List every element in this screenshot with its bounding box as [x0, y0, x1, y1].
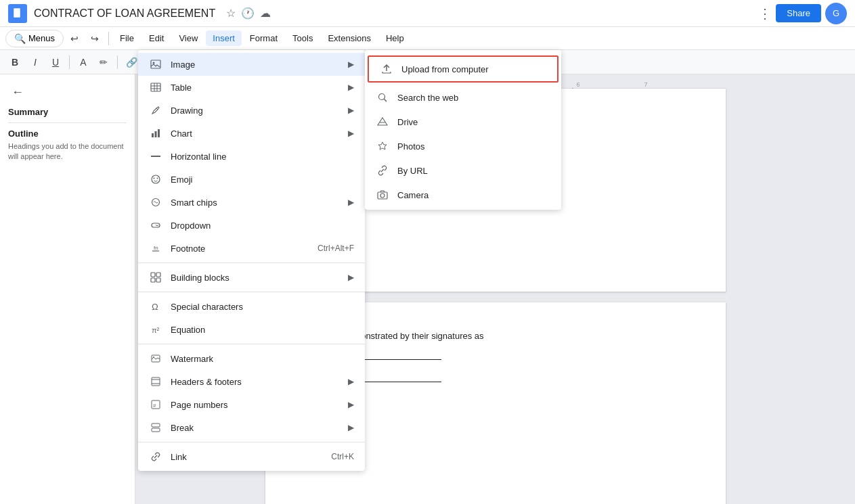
submenu-camera[interactable]: Camera: [365, 183, 561, 207]
summary-title: Summary: [8, 107, 127, 117]
svg-line-37: [385, 99, 387, 102]
svg-point-16: [157, 178, 158, 179]
search-web-icon: [376, 91, 389, 104]
break-label: Break: [171, 423, 343, 433]
cloud-icon[interactable]: ☁: [260, 7, 271, 20]
menu-option-equation[interactable]: π² Equation: [138, 318, 365, 341]
building-blocks-icon: [149, 271, 162, 284]
svg-point-41: [380, 193, 385, 198]
drawing-label: Drawing: [171, 106, 343, 116]
highlight-btn[interactable]: ✏: [94, 53, 113, 72]
menu-item-help[interactable]: Help: [379, 30, 411, 46]
menu-item-view[interactable]: View: [172, 30, 204, 46]
menu-option-smart-chips[interactable]: Smart chips ▶: [138, 191, 365, 214]
url-icon: [376, 164, 389, 177]
menu-option-page-numbers[interactable]: # Page numbers ▶: [138, 393, 365, 416]
chart-icon: [149, 127, 162, 140]
menu-option-special-chars[interactable]: Ω Special characters: [138, 295, 365, 318]
title-icons: ☆ 🕐 ☁: [226, 7, 271, 20]
photos-label: Photos: [397, 141, 424, 152]
menu-item-edit[interactable]: Edit: [142, 30, 171, 46]
separator: [108, 32, 109, 45]
history-icon[interactable]: 🕐: [241, 7, 255, 20]
svg-text:π²: π²: [152, 326, 160, 334]
toolbar-right: ⋮ Share G: [758, 3, 847, 24]
camera-label: Camera: [397, 190, 429, 200]
link-label: Link: [171, 452, 331, 462]
menu-option-dropdown[interactable]: Dropdown: [138, 214, 365, 237]
submenu-by-url[interactable]: By URL: [365, 158, 561, 183]
submenu-upload[interactable]: Upload from computer: [368, 55, 558, 83]
link-shortcut: Ctrl+K: [331, 452, 354, 461]
menu-option-building-blocks[interactable]: Building blocks ▶: [138, 266, 365, 289]
menu-option-table[interactable]: Table ▶: [138, 76, 365, 99]
menu-option-image[interactable]: Image ▶: [138, 53, 365, 76]
ruler-mark-7: 7: [644, 81, 648, 88]
search-icon: 🔍: [14, 33, 26, 44]
font-color-btn[interactable]: A: [74, 53, 93, 72]
svg-rect-29: [152, 377, 160, 386]
svg-point-3: [153, 62, 155, 64]
menu-option-break[interactable]: Break ▶: [138, 416, 365, 439]
document-title[interactable]: CONTRACT OF LOAN AGREEMENT: [34, 7, 215, 20]
svg-rect-11: [155, 131, 157, 137]
menu-item-tools[interactable]: Tools: [286, 30, 320, 46]
drive-label: Drive: [397, 117, 418, 127]
headers-footers-icon: [149, 375, 162, 388]
link-menu-icon: [149, 450, 162, 463]
url-label: By URL: [397, 166, 428, 176]
menu-item-file[interactable]: File: [113, 30, 141, 46]
bold-btn[interactable]: B: [5, 53, 24, 72]
menu-option-headers-footers[interactable]: Headers & footers ▶: [138, 370, 365, 393]
menu-item-extensions[interactable]: Extensions: [321, 30, 378, 46]
menu-item-insert[interactable]: Insert: [206, 30, 242, 46]
submenu-drive[interactable]: Drive: [365, 110, 561, 134]
submenu-photos[interactable]: Photos: [365, 134, 561, 158]
photos-icon: [376, 139, 389, 153]
menu-option-emoji[interactable]: Emoji: [138, 168, 365, 191]
drawing-icon: [149, 104, 162, 117]
menu-option-horizontal-line[interactable]: Horizontal line: [138, 145, 365, 168]
dropdown-label: Dropdown: [171, 221, 354, 231]
undo-button[interactable]: ↩: [65, 29, 84, 48]
menu-item-format[interactable]: Format: [243, 30, 284, 46]
menu-divider-1: [138, 262, 365, 263]
insert-menu: Image ▶ Table ▶ Drawing ▶: [138, 50, 365, 471]
menu-option-watermark[interactable]: Watermark: [138, 347, 365, 370]
avatar[interactable]: G: [825, 3, 847, 24]
search-web-label: Search the web: [397, 93, 458, 103]
page-numbers-icon: #: [149, 398, 162, 411]
back-button[interactable]: ←: [8, 83, 27, 101]
submenu-search-web[interactable]: Search the web: [365, 85, 561, 110]
headers-footers-arrow: ▶: [348, 377, 354, 386]
sidebar-divider: [8, 122, 127, 123]
share-button[interactable]: Share: [776, 4, 821, 22]
svg-rect-22: [156, 273, 160, 277]
image-icon: [149, 58, 162, 71]
menu-option-link[interactable]: Link Ctrl+K: [138, 445, 365, 468]
svg-text:#: #: [153, 403, 156, 409]
more-icon[interactable]: ⋮: [758, 5, 772, 22]
equation-icon: π²: [149, 323, 162, 336]
star-icon[interactable]: ☆: [226, 7, 236, 20]
menu-option-chart[interactable]: Chart ▶: [138, 122, 365, 145]
svg-line-9: [156, 108, 158, 110]
svg-rect-24: [156, 278, 160, 282]
image-arrow: ▶: [348, 60, 354, 69]
menu-option-drawing[interactable]: Drawing ▶: [138, 99, 365, 122]
menu-divider-3: [138, 344, 365, 344]
break-arrow: ▶: [348, 423, 354, 432]
underline-btn[interactable]: U: [46, 53, 65, 72]
emoji-icon: [149, 173, 162, 186]
footnote-icon: fn: [149, 242, 162, 255]
svg-point-15: [154, 178, 155, 179]
smart-chips-icon: [149, 196, 162, 209]
menus-button[interactable]: 🔍 Menus: [5, 30, 64, 47]
building-blocks-label: Building blocks: [171, 273, 343, 283]
svg-rect-2: [151, 60, 160, 68]
menu-option-footnote[interactable]: fn Footnote Ctrl+Alt+F: [138, 237, 365, 260]
smart-chips-label: Smart chips: [171, 198, 343, 208]
italic-btn[interactable]: I: [26, 53, 45, 72]
title-section: CONTRACT OF LOAN AGREEMENT ☆ 🕐 ☁: [34, 7, 271, 20]
redo-button[interactable]: ↪: [85, 29, 104, 48]
